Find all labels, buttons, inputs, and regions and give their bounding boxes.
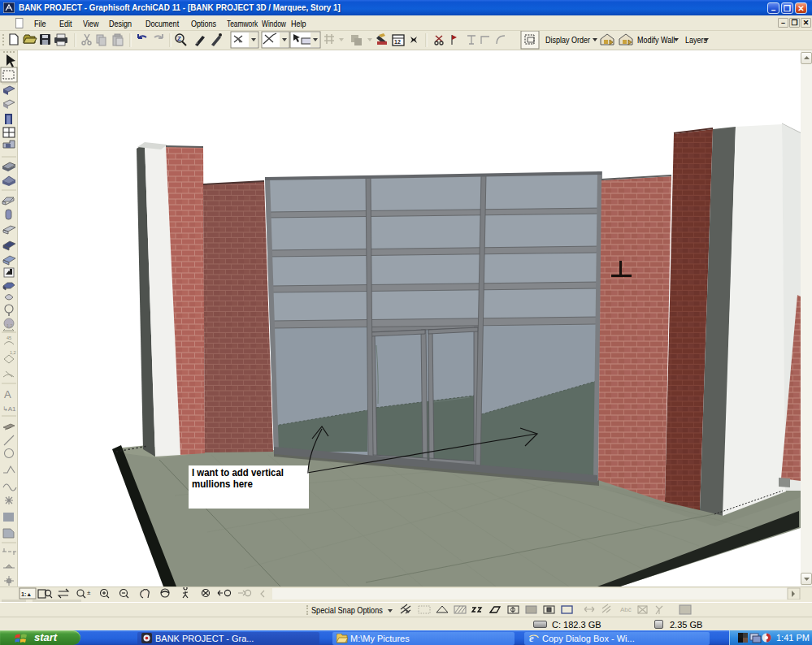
svg-text:1,2: 1,2 [7, 323, 13, 328]
svg-text:A: A [4, 388, 11, 400]
svg-text:Abč: Abč [620, 606, 632, 613]
svg-text:Modify Wall: Modify Wall [637, 35, 675, 45]
svg-text:1:▲: 1:▲ [21, 591, 32, 597]
svg-text:Z: Z [177, 35, 181, 42]
svg-text:mullions here: mullions here [192, 478, 253, 490]
svg-text:1,2: 1,2 [10, 350, 16, 355]
svg-text:Display Order: Display Order [545, 35, 591, 45]
svg-text:Layers: Layers [685, 35, 707, 45]
svg-text:e: e [529, 633, 534, 643]
svg-text:↳A1: ↳A1 [2, 405, 16, 413]
svg-text:45: 45 [7, 335, 11, 340]
svg-text:12: 12 [394, 39, 401, 45]
svg-text:I want to add vertical: I want to add vertical [192, 466, 284, 478]
svg-text:±: ± [87, 589, 91, 596]
